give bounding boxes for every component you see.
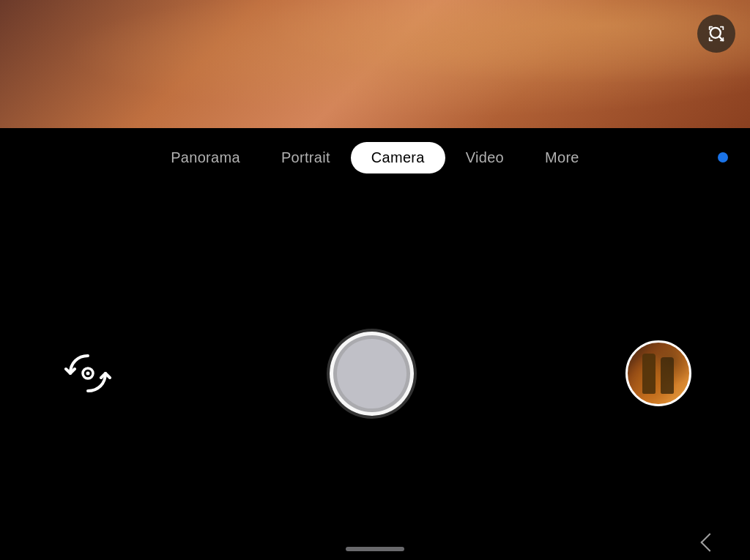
notification-dot xyxy=(716,151,729,164)
shutter-button[interactable] xyxy=(330,332,414,416)
gallery-thumb-detail xyxy=(661,357,674,394)
mode-portrait[interactable]: Portrait xyxy=(261,142,351,173)
mode-more[interactable]: More xyxy=(524,142,600,173)
bottom-bar xyxy=(0,554,750,560)
svg-point-3 xyxy=(86,372,90,376)
home-indicator xyxy=(346,547,404,551)
mode-video[interactable]: Video xyxy=(445,142,524,173)
back-button[interactable] xyxy=(694,529,721,556)
mode-bar: Panorama Portrait Camera Video More xyxy=(0,128,750,187)
viewfinder xyxy=(0,0,750,128)
lens-search-button[interactable] xyxy=(697,15,735,53)
chevron-left-icon xyxy=(700,533,719,551)
gallery-button[interactable] xyxy=(625,340,691,406)
mode-camera[interactable]: Camera xyxy=(351,142,445,173)
mode-panorama[interactable]: Panorama xyxy=(150,142,261,173)
controls-area xyxy=(0,187,750,560)
gallery-thumb-detail xyxy=(642,354,656,394)
flip-camera-button[interactable] xyxy=(59,344,117,403)
